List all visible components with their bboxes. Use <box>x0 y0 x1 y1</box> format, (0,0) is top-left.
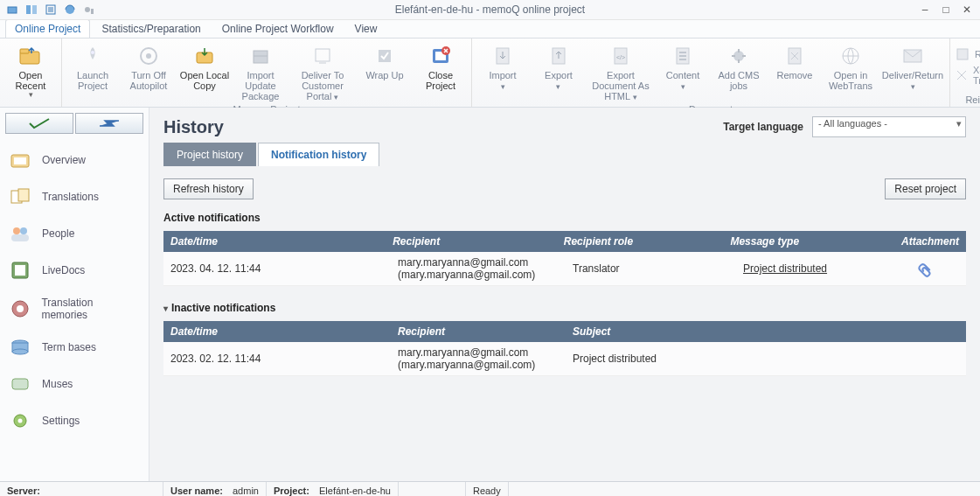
sidebar-item-muses[interactable]: Muses <box>0 368 149 400</box>
tab-project-history[interactable]: Project history <box>163 143 256 166</box>
import-button[interactable]: Import▾ <box>477 42 528 92</box>
open-recent-button[interactable]: Open Recent ▾ <box>5 42 56 100</box>
turn-off-autopilot-button[interactable]: Turn Off Autopilot <box>123 42 174 91</box>
close-project-label: Close Project <box>415 70 466 91</box>
sidebar-item-people[interactable]: People <box>0 218 149 249</box>
close-project-button[interactable]: Close Project <box>415 42 466 91</box>
col-datetime[interactable]: Date/time <box>163 231 386 252</box>
open-webtrans-button[interactable]: Open in WebTrans <box>825 42 876 91</box>
tab-workflow[interactable]: Online Project Workflow <box>212 19 344 38</box>
sidebar-item-settings[interactable]: Settings <box>0 405 149 437</box>
col-subject[interactable]: Subject <box>566 321 966 342</box>
inactive-notifications-title[interactable]: Inactive notifications <box>149 290 980 318</box>
import-icon <box>490 44 515 68</box>
export-label: Export▾ <box>545 70 573 92</box>
tab-online-project[interactable]: Online Project <box>5 19 90 38</box>
page-title: History <box>163 117 224 137</box>
col-recipient[interactable]: Recipient <box>386 231 557 252</box>
status-server: Server: <box>0 482 163 496</box>
deliver-customer-portal-button[interactable]: Deliver To Customer Portal ▾ <box>291 42 354 102</box>
svg-point-32 <box>13 227 20 234</box>
svg-rect-8 <box>20 49 29 53</box>
reset-project-button[interactable]: Reset project <box>885 178 966 199</box>
svg-rect-27 <box>957 49 968 59</box>
x-translate-label: X-Translate <box>973 65 980 86</box>
qat-icon-4[interactable] <box>63 3 77 17</box>
tab-statistics[interactable]: Statistics/Preparation <box>92 19 210 38</box>
sidebar-item-translations[interactable]: Translations <box>0 181 149 213</box>
x-translate-icon <box>956 68 968 82</box>
quick-access-toolbar <box>0 3 101 17</box>
cell-recipient: mary.maryanna@gmail.com(mary.maryanna@gm… <box>391 252 566 285</box>
overview-icon <box>9 150 33 171</box>
content-button[interactable]: Content▾ <box>657 42 708 92</box>
translations-icon <box>9 186 33 207</box>
table-row[interactable]: 2023. 02. 12. 11:44 mary.maryanna@gmail.… <box>163 342 966 376</box>
col-recipient[interactable]: Recipient <box>391 321 566 342</box>
add-cms-jobs-button[interactable]: Add CMS jobs <box>713 42 764 91</box>
svg-rect-6 <box>91 9 94 14</box>
qat-icon-2[interactable] <box>24 3 38 17</box>
open-local-copy-icon <box>192 44 217 68</box>
open-local-copy-label: Open Local Copy <box>179 70 230 91</box>
main-content: History Target language - All languages … <box>149 108 980 481</box>
settings-icon <box>9 410 33 431</box>
svg-rect-14 <box>316 49 330 61</box>
import-update-package-button[interactable]: Import Update Package <box>235 42 286 101</box>
sidebar-item-overview[interactable]: Overview <box>0 144 149 176</box>
tab-view[interactable]: View <box>345 19 387 38</box>
deliver-return-button[interactable]: Deliver/Return▾ <box>881 42 944 92</box>
sync-button[interactable] <box>75 113 143 134</box>
qat-icon-5[interactable] <box>82 3 96 17</box>
export-html-button[interactable]: </>Export Document As HTML ▾ <box>589 42 652 102</box>
svg-point-5 <box>85 7 90 12</box>
export-button[interactable]: Export▾ <box>533 42 584 92</box>
refresh-history-button[interactable]: Refresh history <box>163 178 254 199</box>
webtrans-label: Open in WebTrans <box>825 70 876 91</box>
svg-rect-13 <box>254 51 268 63</box>
sidebar-item-tm[interactable]: Translation memories <box>0 291 149 326</box>
wrap-up-button[interactable]: Wrap Up <box>359 42 410 91</box>
col-attachment[interactable]: Attachment <box>894 231 966 252</box>
svg-point-33 <box>20 227 27 234</box>
sidebar-item-livedocs[interactable]: LiveDocs <box>0 255 149 286</box>
col-message-type[interactable]: Message type <box>723 231 894 252</box>
table-row[interactable]: 2023. 04. 12. 11:44 mary.maryanna@gmail.… <box>163 252 966 286</box>
svg-rect-1 <box>26 5 31 14</box>
sidebar-item-termbases[interactable]: Term bases <box>0 332 149 363</box>
content-icon <box>671 44 695 68</box>
remove-label: Remove <box>777 70 813 91</box>
export-html-label: Export Document As HTML ▾ <box>589 70 652 102</box>
svg-text:</>: </> <box>616 54 625 60</box>
minimize-icon[interactable]: – <box>919 3 931 16</box>
export-icon <box>546 44 571 68</box>
maximize-icon[interactable]: □ <box>940 3 952 16</box>
target-language-select[interactable]: - All languages - <box>812 116 966 137</box>
x-translate-button[interactable]: X-Translate <box>956 65 980 86</box>
import-package-label: Import Update Package <box>235 70 286 101</box>
qat-icon-3[interactable] <box>44 3 58 17</box>
sidebar-item-label: People <box>42 227 74 240</box>
close-icon[interactable]: ✕ <box>961 3 973 16</box>
reimport-button[interactable]: Reimport <box>956 47 980 61</box>
remove-button[interactable]: Remove <box>769 42 820 91</box>
sidebar-item-label: Term bases <box>42 341 96 353</box>
mail-icon <box>900 44 925 68</box>
launch-project-button[interactable]: Launch Project <box>67 42 118 91</box>
launch-project-label: Launch Project <box>67 70 118 91</box>
title-bar: Elefánt-en-de-hu - memoQ online project … <box>0 0 980 20</box>
group-reimport-label: Reimport <box>956 93 980 107</box>
livedocs-icon <box>9 260 33 281</box>
col-recipient-role[interactable]: Recipient role <box>557 231 724 252</box>
rocket-icon <box>80 44 105 68</box>
wrap-up-label: Wrap Up <box>365 70 403 91</box>
col-datetime[interactable]: Date/time <box>163 321 391 342</box>
tab-notification-history[interactable]: Notification history <box>258 143 379 166</box>
cell-attachment[interactable] <box>911 252 966 285</box>
cell-message-type[interactable]: Project distributed <box>736 252 911 285</box>
accept-all-button[interactable] <box>5 113 73 134</box>
globe-icon <box>838 44 863 68</box>
svg-point-44 <box>18 419 23 423</box>
open-local-copy-button[interactable]: Open Local Copy <box>179 42 230 91</box>
qat-icon-1[interactable] <box>5 3 19 17</box>
